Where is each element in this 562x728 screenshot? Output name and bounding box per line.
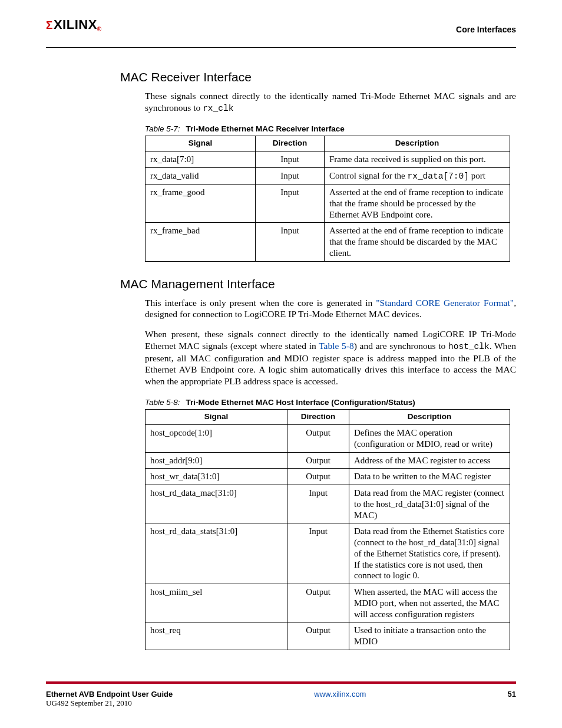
footer-page-number: 51	[508, 690, 516, 708]
page-section-label: Core Interfaces	[456, 25, 516, 34]
cell-signal: host_opcode[1:0]	[146, 425, 287, 453]
caption-number: Table 5-8:	[145, 398, 180, 407]
text-run: port	[469, 171, 485, 180]
table-header-row: Signal Direction Description	[146, 410, 510, 425]
cell-direction: Output	[287, 622, 349, 650]
col-direction: Direction	[256, 136, 325, 151]
caption-title: Tri-Mode Ethernet MAC Host Interface (Co…	[186, 398, 415, 407]
header-rule	[46, 47, 516, 48]
footer-guide-title: Ethernet AVB Endpoint User Guide	[46, 690, 173, 699]
cell-direction: Input	[256, 223, 325, 261]
cell-description: When asserted, the MAC will access the M…	[349, 584, 510, 622]
cell-signal: rx_frame_bad	[146, 223, 256, 261]
footer-doc-id: UG492 September 21, 2010	[46, 699, 173, 708]
cell-signal: host_req	[146, 622, 287, 650]
cell-signal: host_rd_data_stats[31:0]	[146, 523, 287, 584]
cell-signal: host_wr_data[31:0]	[146, 469, 287, 485]
logo-sigma-icon: Σ	[46, 19, 53, 31]
cell-description: Address of the MAC register to access	[349, 452, 510, 469]
cell-direction: Input	[287, 485, 349, 523]
cell-description: Used to initiate a transaction onto the …	[349, 622, 510, 650]
table-row: host_rd_data_stats[31:0] Input Data read…	[146, 523, 510, 584]
col-description: Description	[325, 136, 510, 151]
cell-direction: Input	[256, 151, 325, 168]
heading-mac-management: MAC Management Interface	[120, 277, 516, 291]
cell-signal: rx_frame_good	[146, 185, 256, 223]
table-5-7-caption: Table 5-7:Tri-Mode Ethernet MAC Receiver…	[145, 124, 516, 133]
col-direction: Direction	[287, 410, 349, 425]
page-footer: Ethernet AVB Endpoint User Guide UG492 S…	[46, 681, 516, 708]
table-row: rx_data[7:0] Input Frame data received i…	[146, 151, 510, 168]
code-rx-data: rx_data[7:0]	[407, 172, 468, 181]
text-run: ) and are synchronous to	[354, 341, 448, 351]
cell-signal: rx_data[7:0]	[146, 151, 256, 168]
paragraph-mac-mgmt-2: When present, these signals connect dire…	[145, 328, 516, 387]
footer-center: www.xilinx.com	[173, 690, 507, 708]
table-row: host_rd_data_mac[31:0] Input Data read f…	[146, 485, 510, 523]
link-xilinx-website[interactable]: www.xilinx.com	[314, 690, 366, 699]
table-row: host_addr[9:0] Output Address of the MAC…	[146, 452, 510, 469]
cell-signal: host_miim_sel	[146, 584, 287, 622]
vendor-logo: ΣXILINX®	[46, 17, 102, 33]
footer-rule	[46, 681, 516, 686]
cell-signal: host_addr[9:0]	[146, 452, 287, 469]
cell-description: Defines the MAC operation (configuration…	[349, 425, 510, 453]
table-row: host_miim_sel Output When asserted, the …	[146, 584, 510, 622]
table-5-8: Signal Direction Description host_opcode…	[145, 409, 510, 650]
footer-left: Ethernet AVB Endpoint User Guide UG492 S…	[46, 690, 173, 708]
cell-direction: Output	[287, 425, 349, 453]
code-rx-clk: rx_clk	[203, 104, 233, 113]
caption-title: Tri-Mode Ethernet MAC Receiver Interface	[186, 124, 345, 133]
heading-mac-receiver: MAC Receiver Interface	[120, 70, 516, 84]
cell-description: Control signal for the rx_data[7:0] port	[325, 168, 510, 185]
cell-signal: host_rd_data_mac[31:0]	[146, 485, 287, 523]
table-row: host_wr_data[31:0] Output Data to be wri…	[146, 469, 510, 485]
cell-signal: rx_data_valid	[146, 168, 256, 185]
cell-direction: Output	[287, 452, 349, 469]
col-signal: Signal	[146, 136, 256, 151]
cell-description: Data read from the MAC register (connect…	[349, 485, 510, 523]
cell-description: Data to be written to the MAC register	[349, 469, 510, 485]
caption-number: Table 5-7:	[145, 124, 180, 133]
table-5-8-caption: Table 5-8:Tri-Mode Ethernet MAC Host Int…	[145, 398, 516, 407]
table-row: host_req Output Used to initiate a trans…	[146, 622, 510, 650]
table-row: rx_frame_good Input Asserted at the end …	[146, 185, 510, 223]
cell-direction: Output	[287, 584, 349, 622]
col-description: Description	[349, 410, 510, 425]
cell-description: Data read from the Ethernet Statistics c…	[349, 523, 510, 584]
table-row: rx_data_valid Input Control signal for t…	[146, 168, 510, 185]
logo-text: XILINX	[54, 17, 97, 32]
cell-direction: Input	[287, 523, 349, 584]
cell-description: Asserted at the end of frame reception t…	[325, 223, 510, 261]
table-row: host_opcode[1:0] Output Defines the MAC …	[146, 425, 510, 453]
cell-direction: Input	[256, 185, 325, 223]
paragraph-mac-receiver-intro: These signals connect directly to the id…	[145, 90, 516, 114]
text-run: These signals connect directly to the id…	[145, 91, 516, 113]
text-run: Control signal for the	[329, 171, 407, 180]
table-header-row: Signal Direction Description	[146, 136, 510, 151]
link-table-5-8[interactable]: Table 5-8	[319, 341, 354, 351]
code-host-clk: host_clk	[448, 342, 490, 351]
paragraph-mac-mgmt-1: This interface is only present when the …	[145, 297, 516, 321]
cell-description: Frame data received is supplied on this …	[325, 151, 510, 168]
table-5-7: Signal Direction Description rx_data[7:0…	[145, 136, 510, 261]
cell-direction: Input	[256, 168, 325, 185]
link-standard-core-generator-format[interactable]: "Standard CORE Generator Format"	[376, 298, 514, 308]
col-signal: Signal	[146, 410, 287, 425]
text-run: This interface is only present when the …	[145, 298, 376, 308]
cell-direction: Output	[287, 469, 349, 485]
cell-description: Asserted at the end of frame reception t…	[325, 185, 510, 223]
table-row: rx_frame_bad Input Asserted at the end o…	[146, 223, 510, 261]
